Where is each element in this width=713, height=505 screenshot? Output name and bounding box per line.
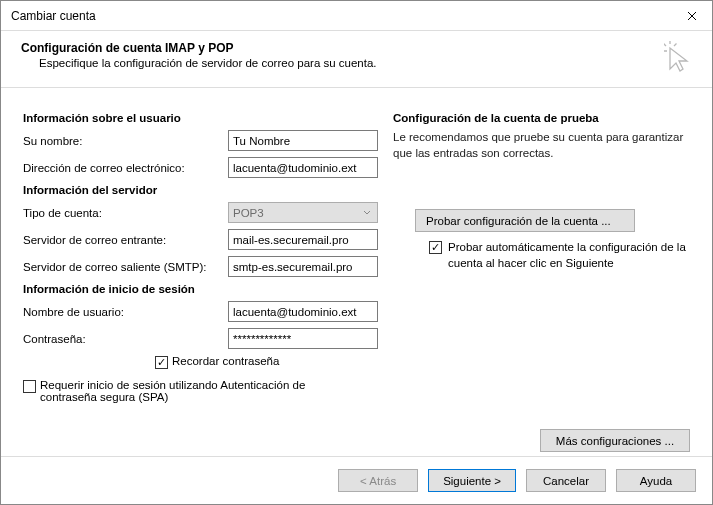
remember-password-row[interactable]: Recordar contraseña — [155, 355, 383, 369]
dialog-window: Cambiar cuenta Configuración de cuenta I… — [0, 0, 713, 505]
incoming-server-label: Servidor de correo entrante: — [23, 234, 228, 246]
account-type-select: POP3 — [228, 202, 378, 223]
outgoing-server-label: Servidor de correo saliente (SMTP): — [23, 261, 228, 273]
help-button[interactable]: Ayuda — [616, 469, 696, 492]
remember-password-label: Recordar contraseña — [172, 355, 279, 367]
auto-test-label: Probar automáticamente la configuración … — [448, 240, 696, 271]
close-icon — [687, 11, 697, 21]
dialog-header: Configuración de cuenta IMAP y POP Espec… — [1, 31, 712, 88]
titlebar: Cambiar cuenta — [1, 1, 712, 31]
test-config-description: Le recomendamos que pruebe su cuenta par… — [393, 130, 696, 161]
account-type-value: POP3 — [233, 207, 264, 219]
chevron-down-icon — [363, 207, 371, 219]
password-input[interactable] — [228, 328, 378, 349]
window-title: Cambiar cuenta — [11, 9, 672, 23]
header-title: Configuración de cuenta IMAP y POP — [21, 41, 692, 55]
right-column: Configuración de la cuenta de prueba Le … — [393, 106, 696, 456]
left-column: Información sobre el usuario Su nombre: … — [23, 106, 383, 456]
user-info-heading: Información sobre el usuario — [23, 112, 383, 124]
dialog-footer: < Atrás Siguiente > Cancelar Ayuda — [1, 456, 712, 504]
account-type-label: Tipo de cuenta: — [23, 207, 228, 219]
username-label: Nombre de usuario: — [23, 306, 228, 318]
outgoing-server-input[interactable] — [228, 256, 378, 277]
spa-checkbox[interactable] — [23, 380, 36, 393]
cursor-click-icon — [664, 41, 694, 77]
incoming-server-input[interactable] — [228, 229, 378, 250]
auto-test-row[interactable]: Probar automáticamente la configuración … — [429, 240, 696, 271]
header-subtitle: Especifique la configuración de servidor… — [39, 57, 692, 69]
username-input[interactable] — [228, 301, 378, 322]
server-info-heading: Información del servidor — [23, 184, 383, 196]
password-label: Contraseña: — [23, 333, 228, 345]
spa-label: Requerir inicio de sesión utilizando Aut… — [40, 379, 350, 403]
auto-test-checkbox[interactable] — [429, 241, 442, 254]
email-label: Dirección de correo electrónico: — [23, 162, 228, 174]
test-account-button[interactable]: Probar configuración de la cuenta ... — [415, 209, 635, 232]
name-input[interactable] — [228, 130, 378, 151]
next-button[interactable]: Siguiente > — [428, 469, 516, 492]
cancel-button[interactable]: Cancelar — [526, 469, 606, 492]
test-config-heading: Configuración de la cuenta de prueba — [393, 112, 696, 124]
dialog-body: Información sobre el usuario Su nombre: … — [1, 88, 712, 456]
back-button: < Atrás — [338, 469, 418, 492]
name-label: Su nombre: — [23, 135, 228, 147]
remember-password-checkbox[interactable] — [155, 356, 168, 369]
login-info-heading: Información de inicio de sesión — [23, 283, 383, 295]
email-input[interactable] — [228, 157, 378, 178]
close-button[interactable] — [672, 1, 712, 31]
more-settings-button[interactable]: Más configuraciones ... — [540, 429, 690, 452]
spa-row[interactable]: Requerir inicio de sesión utilizando Aut… — [23, 379, 383, 403]
